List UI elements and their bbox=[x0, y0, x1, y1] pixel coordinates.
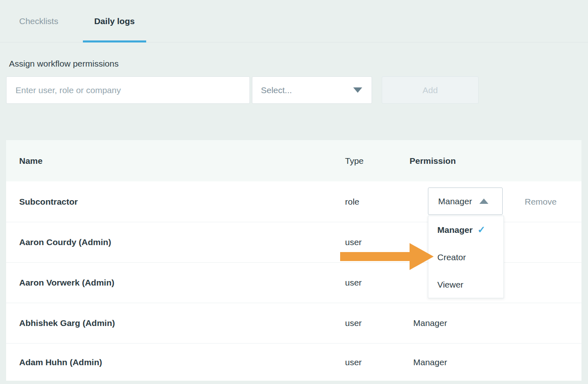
row-name: Aaron Vorwerk (Admin) bbox=[19, 263, 114, 303]
assign-permissions-title: Assign workflow permissions bbox=[9, 59, 588, 69]
menu-item-viewer[interactable]: Viewer bbox=[428, 271, 503, 298]
tab-bar: Checklists Daily logs bbox=[0, 0, 588, 42]
chevron-down-icon bbox=[353, 87, 362, 93]
menu-item-label: Manager bbox=[437, 225, 472, 235]
row-name: Abhishek Garg (Admin) bbox=[19, 303, 115, 343]
chevron-up-icon bbox=[479, 199, 488, 204]
header-permission: Permission bbox=[410, 140, 456, 181]
row-name: Adam Huhn (Admin) bbox=[19, 344, 102, 381]
permission-select[interactable]: Select... bbox=[252, 76, 372, 104]
row-name: Subcontractor bbox=[19, 181, 78, 222]
table-row: Subcontractor role Manager Remove Manage… bbox=[6, 181, 581, 222]
tab-daily-logs[interactable]: Daily logs bbox=[83, 0, 146, 42]
table-row: Abhishek Garg (Admin) user Manager bbox=[6, 303, 581, 343]
table-row: Adam Huhn (Admin) user Manager bbox=[6, 343, 581, 381]
assign-permissions-form: Select... Add bbox=[6, 76, 588, 104]
check-icon: ✓ bbox=[477, 224, 485, 235]
permissions-table: Name Type Permission Subcontractor role … bbox=[6, 140, 581, 381]
menu-item-label: Viewer bbox=[437, 280, 463, 290]
permission-menu: Manager ✓ Creator Viewer bbox=[428, 216, 504, 298]
row-name: Aaron Courdy (Admin) bbox=[19, 222, 111, 262]
menu-item-creator[interactable]: Creator bbox=[428, 243, 503, 271]
permission-dropdown[interactable]: Manager bbox=[428, 188, 503, 215]
header-type: Type bbox=[345, 140, 364, 181]
row-type: role bbox=[345, 181, 359, 222]
permission-dropdown-value: Manager bbox=[438, 196, 472, 206]
user-search-input[interactable] bbox=[6, 76, 250, 104]
row-type: user bbox=[345, 222, 362, 262]
row-permission: Manager bbox=[413, 344, 447, 381]
remove-link[interactable]: Remove bbox=[525, 181, 557, 222]
table-header-row: Name Type Permission bbox=[6, 140, 581, 181]
row-type: user bbox=[345, 263, 362, 303]
tab-checklists[interactable]: Checklists bbox=[8, 0, 70, 42]
permission-select-value: Select... bbox=[261, 85, 292, 95]
row-type: user bbox=[345, 344, 362, 381]
row-type: user bbox=[345, 303, 362, 343]
menu-item-manager[interactable]: Manager ✓ bbox=[428, 216, 503, 243]
add-button[interactable]: Add bbox=[382, 76, 479, 104]
menu-item-label: Creator bbox=[437, 252, 466, 262]
row-permission: Manager bbox=[413, 303, 447, 343]
header-name: Name bbox=[19, 140, 42, 181]
